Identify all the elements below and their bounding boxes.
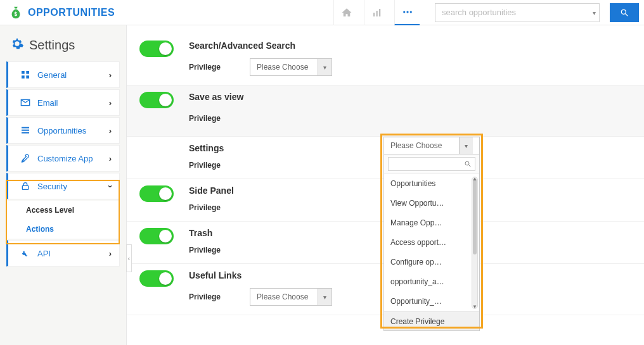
svg-point-5 [406, 11, 408, 13]
settings-title-text: Settings [29, 38, 75, 53]
svg-rect-14 [22, 130, 29, 131]
brand-title: OPPORTUNITIES [28, 7, 115, 18]
submenu-actions[interactable]: Actions [8, 220, 120, 239]
chevron-down-icon: ▾ [318, 59, 332, 75]
layout: Settings General › Email › Opportunities… [0, 25, 644, 345]
sidebar-item-email[interactable]: Email › [6, 89, 120, 116]
privilege-select-useful[interactable]: Please Choose ▾ [250, 288, 332, 306]
svg-rect-16 [22, 185, 28, 189]
sidebar-item-api[interactable]: API › [6, 240, 120, 267]
svg-rect-15 [22, 132, 29, 134]
privilege-label: Privilege [189, 161, 233, 170]
search-icon [464, 160, 472, 168]
search-button[interactable] [610, 3, 639, 22]
section-save-view: Save as view Privilege [127, 85, 644, 137]
privilege-select-save-view[interactable]: Please Choose ▾ [383, 137, 480, 154]
svg-rect-9 [22, 71, 25, 74]
home-icon[interactable] [333, 0, 359, 25]
privilege-label: Privilege [189, 63, 233, 72]
sidebar-item-general[interactable]: General › [6, 61, 120, 88]
search-wrap: ▾ [435, 3, 600, 22]
section-title: Search/Advanced Search [189, 41, 631, 51]
tools-icon [18, 153, 32, 163]
sidebar-item-opportunities[interactable]: Opportunities › [6, 117, 120, 144]
chevron-down-icon: › [105, 185, 115, 187]
svg-rect-13 [22, 127, 29, 129]
sidebar-item-security[interactable]: Security › [6, 173, 120, 199]
svg-point-7 [621, 9, 626, 14]
submenu-access-level[interactable]: Access Level [8, 201, 120, 220]
search-input[interactable] [435, 3, 600, 22]
scroll-down-icon: ▼ [472, 304, 477, 310]
dropdown-search-input[interactable] [388, 157, 475, 171]
list-icon [18, 125, 32, 135]
sidebar-item-label: Security [37, 182, 67, 191]
dropdown-option[interactable]: Manage Opp… [384, 213, 470, 233]
chevron-down-icon: ▾ [459, 137, 473, 154]
chevron-right-icon: › [109, 126, 112, 135]
svg-rect-1 [373, 13, 375, 16]
sidebar-item-label: General [37, 70, 67, 80]
sidebar: Settings General › Email › Opportunities… [0, 25, 127, 345]
dropdown-option[interactable]: View Opportu… [384, 194, 470, 213]
mail-icon [18, 97, 32, 108]
privilege-dropdown: Please Choose ▾ Opportunities View Oppor… [383, 137, 480, 331]
chevron-down-icon: ▾ [318, 289, 332, 305]
gear-icon [10, 37, 24, 54]
sidebar-item-label: Email [37, 98, 58, 108]
svg-rect-10 [26, 71, 29, 74]
svg-rect-2 [376, 11, 377, 16]
scroll-up-icon: ▲ [472, 176, 477, 182]
collapse-handle[interactable]: ‹ [126, 244, 132, 272]
lock-icon [18, 181, 32, 191]
dropdown-option[interactable]: Access opport… [384, 233, 470, 253]
svg-text:$: $ [14, 11, 17, 16]
toggle-save-view[interactable] [139, 92, 174, 108]
section-search: Search/Advanced Search Privilege Please … [127, 34, 644, 85]
scrollbar[interactable]: ▲ ▼ [472, 177, 478, 309]
select-value: Please Choose [384, 137, 459, 154]
dropdown-option[interactable]: Opportunity_… [384, 292, 470, 311]
stats-icon[interactable] [364, 0, 389, 25]
privilege-label: Privilege [189, 246, 233, 254]
toggle-trash[interactable] [139, 228, 174, 244]
money-bag-icon: $ [9, 6, 23, 20]
dropdown-list: Opportunities View Opportu… Manage Opp… … [384, 174, 479, 311]
sidebar-item-label: Opportunities [37, 126, 86, 135]
create-privilege[interactable]: Create Privilege [384, 311, 479, 330]
privilege-label: Privilege [189, 114, 233, 123]
toggle-side-panel[interactable] [139, 185, 174, 202]
settings-title: Settings [0, 37, 126, 61]
chevron-right-icon: › [109, 154, 112, 163]
svg-point-6 [409, 11, 411, 13]
dropdown-option[interactable]: Configure op… [384, 253, 470, 272]
dropdown-search [384, 154, 479, 174]
svg-line-18 [469, 165, 471, 167]
toggle-useful-links[interactable] [139, 270, 174, 287]
privilege-label: Privilege [189, 292, 233, 301]
more-icon[interactable] [394, 0, 420, 25]
brand: $ OPPORTUNITIES [9, 6, 115, 20]
sidebar-item-label: Customize App [37, 154, 93, 163]
toggle-search[interactable] [139, 41, 174, 57]
chevron-right-icon: › [109, 249, 112, 258]
dropdown-panel: Opportunities View Opportu… Manage Opp… … [383, 154, 480, 331]
svg-point-4 [403, 11, 405, 13]
privilege-label: Privilege [189, 203, 233, 212]
svg-rect-12 [26, 75, 29, 78]
top-bar: $ OPPORTUNITIES ▾ [0, 0, 644, 25]
chevron-right-icon: › [109, 70, 112, 80]
sidebar-item-customize[interactable]: Customize App › [6, 145, 120, 172]
dropdown-option[interactable]: opportunity_a… [384, 272, 470, 292]
svg-line-8 [626, 13, 628, 16]
select-value: Please Choose [250, 289, 318, 305]
svg-rect-11 [22, 75, 25, 78]
privilege-select-search[interactable]: Please Choose ▾ [250, 58, 332, 76]
security-submenu: Access Level Actions [6, 201, 120, 239]
dropdown-option[interactable]: Opportunities [384, 174, 470, 194]
section-title: Save as view [189, 92, 631, 102]
svg-point-17 [465, 161, 469, 165]
plug-icon [18, 248, 32, 258]
svg-rect-3 [379, 9, 380, 16]
grid-icon [18, 70, 32, 80]
